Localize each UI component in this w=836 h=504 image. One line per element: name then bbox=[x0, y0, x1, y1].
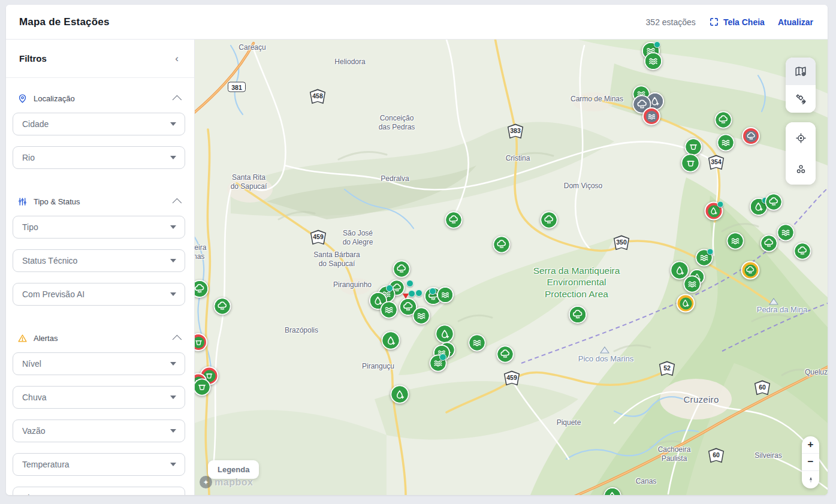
station-marker-cloud[interactable] bbox=[765, 194, 783, 211]
station-marker-waves[interactable] bbox=[469, 334, 486, 352]
place-label: Dom Viçoso bbox=[564, 182, 602, 191]
station-marker-cloud[interactable] bbox=[741, 261, 760, 280]
refresh-button[interactable]: Atualizar bbox=[778, 17, 813, 27]
filter-dropdown[interactable]: Alerta bbox=[13, 487, 185, 495]
filter-dropdown[interactable]: Cidade bbox=[13, 113, 185, 135]
station-marker-waves[interactable] bbox=[644, 52, 662, 70]
filter-dropdown[interactable]: Nível bbox=[13, 352, 185, 375]
mountain-peak-icon bbox=[769, 297, 778, 304]
station-marker-cloud[interactable] bbox=[214, 298, 231, 315]
small-station-dot[interactable] bbox=[408, 290, 415, 297]
satellite-style-button[interactable] bbox=[786, 85, 816, 113]
station-badge[interactable] bbox=[707, 249, 714, 255]
station-marker-bucket[interactable] bbox=[195, 379, 211, 396]
station-marker-waves[interactable] bbox=[381, 301, 398, 319]
station-marker-cloud[interactable] bbox=[794, 243, 811, 260]
map-style-button[interactable] bbox=[786, 58, 816, 85]
station-marker-waves[interactable] bbox=[684, 276, 701, 293]
dropdown-label: Vazão bbox=[22, 426, 46, 436]
compass-button[interactable] bbox=[802, 471, 819, 488]
station-marker-drop[interactable] bbox=[603, 487, 621, 495]
bucket-icon bbox=[197, 382, 208, 393]
station-marker-cloud[interactable] bbox=[393, 261, 411, 278]
station-marker-waves[interactable] bbox=[642, 107, 660, 125]
header: Mapa de Estações 352 estações Tela Cheia… bbox=[6, 5, 828, 40]
zoom-in-button[interactable]: + bbox=[802, 436, 819, 454]
filter-section-header[interactable]: Alertas bbox=[13, 333, 185, 343]
filter-dropdown[interactable]: Temperatura bbox=[13, 453, 185, 476]
filter-section-header[interactable]: Localização bbox=[13, 93, 185, 104]
chevron-down-icon bbox=[170, 225, 176, 229]
small-station-dot[interactable] bbox=[406, 280, 414, 287]
station-marker-drop[interactable] bbox=[705, 202, 723, 221]
station-marker-cloud[interactable] bbox=[497, 346, 514, 363]
place-label: Careaçu bbox=[239, 43, 265, 52]
station-marker-bucket[interactable] bbox=[681, 154, 700, 173]
chevron-down-icon bbox=[170, 463, 176, 466]
waves-icon bbox=[647, 55, 659, 67]
cloud-icon bbox=[797, 246, 808, 257]
station-marker-drop[interactable] bbox=[391, 385, 409, 404]
station-marker-cloud[interactable] bbox=[569, 306, 587, 324]
filter-dropdown[interactable]: Com Previsão AI bbox=[13, 283, 185, 306]
station-marker-cloud[interactable] bbox=[493, 236, 511, 253]
station-marker-drop[interactable] bbox=[677, 294, 695, 313]
waves-icon bbox=[780, 227, 792, 239]
station-marker-bucket[interactable] bbox=[195, 333, 207, 351]
small-station-dot[interactable] bbox=[386, 285, 393, 292]
filters-sidebar: Filtros ‹ LocalizaçãoCidadeRioTipo & Sta… bbox=[6, 40, 195, 495]
map-overlay: CareaçuHeliodoraConceiçãodas PedrasCarmo… bbox=[195, 40, 828, 495]
sidebar-collapse-button[interactable]: ‹ bbox=[170, 50, 183, 67]
place-label: Queluz bbox=[805, 368, 828, 377]
filter-dropdown[interactable]: Tipo bbox=[13, 216, 185, 239]
locate-button[interactable] bbox=[786, 122, 816, 153]
dropdown-label: Chuva bbox=[22, 393, 46, 402]
fullscreen-button[interactable]: Tela Cheia bbox=[709, 17, 765, 27]
station-marker-cloud[interactable] bbox=[195, 280, 209, 298]
station-marker-waves[interactable] bbox=[717, 134, 735, 152]
legend-button[interactable]: Legenda bbox=[208, 460, 259, 479]
place-label: Santa Bárbarado Sapucaí bbox=[313, 251, 360, 268]
station-marker-drop[interactable] bbox=[436, 325, 454, 343]
station-marker-cloud[interactable] bbox=[760, 235, 778, 252]
filter-dropdown[interactable]: Vazão bbox=[13, 420, 185, 442]
small-station-dot[interactable] bbox=[415, 289, 422, 297]
station-marker-drop[interactable] bbox=[382, 331, 400, 350]
filter-section-header[interactable]: Tipo & Status bbox=[13, 197, 185, 207]
zoom-out-button[interactable]: − bbox=[802, 454, 819, 471]
dropdown-label: Cidade bbox=[22, 119, 49, 129]
chevron-down-icon bbox=[170, 259, 176, 262]
station-badge[interactable] bbox=[717, 201, 724, 208]
sliders-icon bbox=[17, 197, 28, 207]
filter-dropdown[interactable]: Chuva bbox=[13, 386, 185, 409]
zoom-controls: + − bbox=[802, 436, 819, 488]
road-shield: 354 bbox=[707, 155, 726, 170]
station-badge[interactable] bbox=[654, 41, 660, 48]
station-marker-cloud[interactable] bbox=[742, 127, 760, 145]
station-marker-bucket[interactable] bbox=[685, 138, 702, 156]
place-label: Piranguinho bbox=[333, 280, 372, 289]
station-marker-waves[interactable] bbox=[727, 233, 744, 250]
bucket-icon bbox=[688, 141, 699, 153]
cluster-toggle-button[interactable] bbox=[786, 153, 816, 185]
chevron-up-icon bbox=[173, 335, 182, 345]
station-marker-waves[interactable] bbox=[437, 286, 454, 303]
small-station-dot[interactable] bbox=[439, 354, 446, 361]
filter-dropdown[interactable]: Rio bbox=[13, 146, 185, 169]
station-marker-cloud[interactable] bbox=[715, 111, 732, 129]
station-marker-waves[interactable] bbox=[696, 249, 713, 267]
map-canvas[interactable]: CareaçuHeliodoraConceiçãodas PedrasCarmo… bbox=[195, 40, 828, 495]
chevron-down-icon bbox=[170, 292, 176, 296]
filter-section-label: Alertas bbox=[34, 334, 169, 343]
station-marker-waves[interactable] bbox=[413, 307, 430, 325]
cloud-icon bbox=[217, 301, 228, 312]
stations-map-card: Mapa de Estações 352 estações Tela Cheia… bbox=[6, 5, 828, 495]
station-marker-cloud[interactable] bbox=[445, 212, 463, 229]
station-marker-waves[interactable] bbox=[777, 224, 795, 242]
cloud-icon bbox=[544, 215, 555, 226]
dropdown-label: Com Previsão AI bbox=[22, 289, 84, 299]
station-marker-cloud[interactable] bbox=[541, 212, 558, 229]
road-shield: 381 bbox=[228, 82, 246, 92]
filter-dropdown[interactable]: Status Técnico bbox=[13, 249, 185, 272]
small-station-dot[interactable] bbox=[429, 288, 436, 295]
